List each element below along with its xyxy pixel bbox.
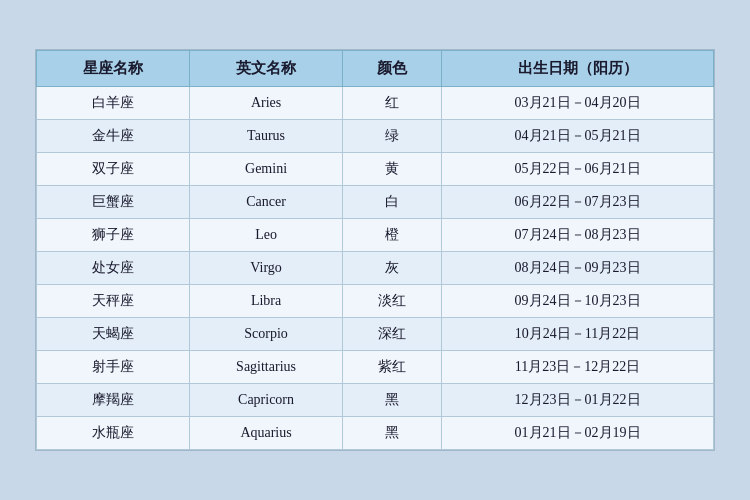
zodiac-table-container: 星座名称 英文名称 颜色 出生日期（阳历） 白羊座Aries红03月21日－04… [35, 49, 715, 451]
cell-chinese-name: 白羊座 [37, 87, 190, 120]
table-header-row: 星座名称 英文名称 颜色 出生日期（阳历） [37, 51, 714, 87]
cell-dates: 09月24日－10月23日 [442, 285, 714, 318]
cell-english-name: Leo [190, 219, 343, 252]
table-body: 白羊座Aries红03月21日－04月20日金牛座Taurus绿04月21日－0… [37, 87, 714, 450]
cell-chinese-name: 天秤座 [37, 285, 190, 318]
cell-chinese-name: 双子座 [37, 153, 190, 186]
table-row: 射手座Sagittarius紫红11月23日－12月22日 [37, 351, 714, 384]
cell-color: 白 [343, 186, 442, 219]
cell-chinese-name: 射手座 [37, 351, 190, 384]
cell-dates: 08月24日－09月23日 [442, 252, 714, 285]
cell-dates: 12月23日－01月22日 [442, 384, 714, 417]
cell-color: 绿 [343, 120, 442, 153]
header-color: 颜色 [343, 51, 442, 87]
cell-chinese-name: 天蝎座 [37, 318, 190, 351]
cell-english-name: Libra [190, 285, 343, 318]
cell-english-name: Cancer [190, 186, 343, 219]
table-row: 巨蟹座Cancer白06月22日－07月23日 [37, 186, 714, 219]
table-row: 天蝎座Scorpio深红10月24日－11月22日 [37, 318, 714, 351]
table-row: 天秤座Libra淡红09月24日－10月23日 [37, 285, 714, 318]
header-english-name: 英文名称 [190, 51, 343, 87]
table-row: 金牛座Taurus绿04月21日－05月21日 [37, 120, 714, 153]
cell-english-name: Aquarius [190, 417, 343, 450]
cell-english-name: Aries [190, 87, 343, 120]
cell-color: 灰 [343, 252, 442, 285]
cell-color: 红 [343, 87, 442, 120]
cell-dates: 11月23日－12月22日 [442, 351, 714, 384]
cell-dates: 06月22日－07月23日 [442, 186, 714, 219]
cell-dates: 07月24日－08月23日 [442, 219, 714, 252]
table-row: 白羊座Aries红03月21日－04月20日 [37, 87, 714, 120]
cell-color: 深红 [343, 318, 442, 351]
cell-english-name: Capricorn [190, 384, 343, 417]
cell-dates: 04月21日－05月21日 [442, 120, 714, 153]
cell-color: 橙 [343, 219, 442, 252]
cell-chinese-name: 狮子座 [37, 219, 190, 252]
cell-english-name: Virgo [190, 252, 343, 285]
cell-english-name: Scorpio [190, 318, 343, 351]
cell-chinese-name: 水瓶座 [37, 417, 190, 450]
cell-color: 紫红 [343, 351, 442, 384]
cell-chinese-name: 金牛座 [37, 120, 190, 153]
table-row: 处女座Virgo灰08月24日－09月23日 [37, 252, 714, 285]
cell-dates: 05月22日－06月21日 [442, 153, 714, 186]
table-row: 摩羯座Capricorn黑12月23日－01月22日 [37, 384, 714, 417]
header-dates: 出生日期（阳历） [442, 51, 714, 87]
zodiac-table: 星座名称 英文名称 颜色 出生日期（阳历） 白羊座Aries红03月21日－04… [36, 50, 714, 450]
cell-dates: 03月21日－04月20日 [442, 87, 714, 120]
cell-dates: 01月21日－02月19日 [442, 417, 714, 450]
cell-color: 黄 [343, 153, 442, 186]
cell-chinese-name: 处女座 [37, 252, 190, 285]
cell-chinese-name: 巨蟹座 [37, 186, 190, 219]
cell-chinese-name: 摩羯座 [37, 384, 190, 417]
cell-english-name: Taurus [190, 120, 343, 153]
table-row: 水瓶座Aquarius黑01月21日－02月19日 [37, 417, 714, 450]
table-row: 双子座Gemini黄05月22日－06月21日 [37, 153, 714, 186]
cell-color: 黑 [343, 384, 442, 417]
cell-color: 黑 [343, 417, 442, 450]
cell-english-name: Sagittarius [190, 351, 343, 384]
cell-english-name: Gemini [190, 153, 343, 186]
table-row: 狮子座Leo橙07月24日－08月23日 [37, 219, 714, 252]
cell-color: 淡红 [343, 285, 442, 318]
cell-dates: 10月24日－11月22日 [442, 318, 714, 351]
header-chinese-name: 星座名称 [37, 51, 190, 87]
